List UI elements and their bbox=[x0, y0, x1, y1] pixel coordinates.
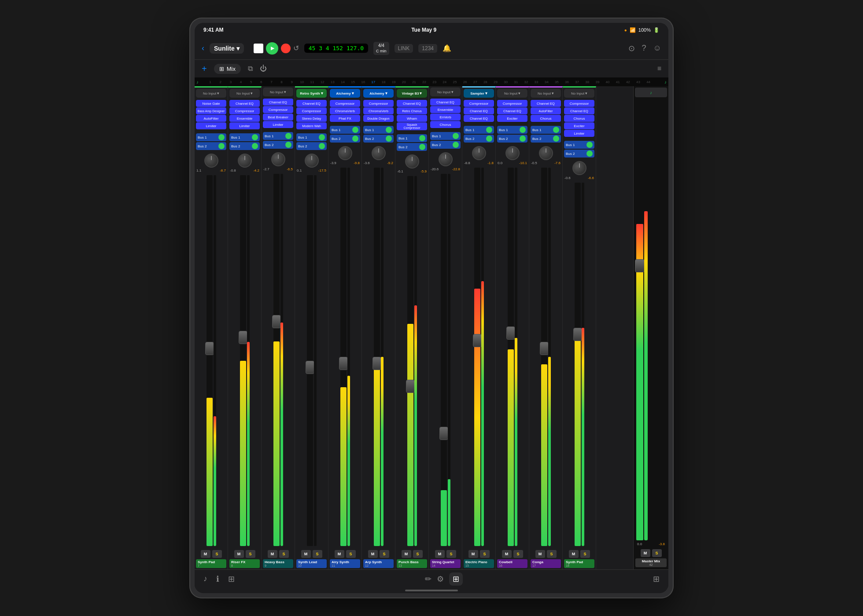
pan-knob-11[interactable] bbox=[539, 146, 553, 160]
bus2-button-1[interactable]: Bus 2 bbox=[196, 142, 226, 150]
plugin-channel-eq[interactable]: Channel EQ bbox=[263, 99, 293, 106]
bus2-button-9[interactable]: Bus 2 bbox=[464, 135, 494, 143]
plugin-bass-amp[interactable]: Bass Amp Designer bbox=[196, 107, 226, 114]
cycle-button[interactable]: ↺ bbox=[293, 44, 299, 52]
solo-button-11[interactable]: S bbox=[547, 550, 557, 558]
bus1-button-4[interactable]: Bus 1 bbox=[296, 133, 327, 141]
plugin-chromaverb[interactable]: ChromaVerb bbox=[330, 107, 360, 114]
plugin-chromaverb[interactable]: ChromaVerb bbox=[363, 107, 394, 114]
keyboard-icon[interactable]: ⊞ bbox=[653, 575, 660, 583]
input-selector-6[interactable]: Alchemy▾ bbox=[363, 89, 394, 98]
plugin-channel-eq[interactable]: Channel EQ bbox=[296, 100, 327, 107]
settings-icon-bottom[interactable]: ⚙ bbox=[437, 574, 444, 584]
bus2-button-11[interactable]: Bus 2 bbox=[531, 135, 561, 143]
input-selector-10[interactable]: No Input▾ bbox=[497, 89, 527, 98]
back-button[interactable]: ‹ bbox=[202, 44, 204, 53]
mute-button-9[interactable]: M bbox=[468, 550, 478, 558]
bus2-button-8[interactable]: Bus 2 bbox=[430, 141, 461, 149]
bus1-button-9[interactable]: Bus 1 bbox=[464, 126, 494, 134]
pan-knob-8[interactable] bbox=[439, 152, 453, 166]
mute-button-5[interactable]: M bbox=[335, 550, 344, 558]
plugin-channel-eq[interactable]: Channel EQ bbox=[229, 100, 260, 107]
solo-button-4[interactable]: S bbox=[313, 550, 322, 558]
fader-thumb-1[interactable] bbox=[205, 342, 214, 355]
plugin-phat-fx[interactable]: Phat FX bbox=[330, 115, 360, 122]
fader-thumb-7[interactable] bbox=[406, 380, 415, 393]
plugin-modern-wah[interactable]: Modern Wah bbox=[296, 122, 327, 129]
fader-thumb-4[interactable] bbox=[306, 361, 314, 374]
link-button[interactable]: LINK bbox=[395, 44, 413, 53]
plugin-channel-eq[interactable]: Channel EQ bbox=[497, 107, 527, 114]
mute-button-6[interactable]: M bbox=[368, 550, 378, 558]
solo-button-9[interactable]: S bbox=[480, 550, 490, 558]
plugin-squash-compressor[interactable]: Squash Compressor bbox=[397, 122, 427, 130]
tracks-icon[interactable]: ⧉ bbox=[248, 65, 253, 73]
info-icon[interactable]: ℹ bbox=[216, 574, 219, 584]
plugin-enverb[interactable]: EnVerb bbox=[430, 114, 461, 121]
mute-button-8[interactable]: M bbox=[435, 550, 445, 558]
pan-knob-12[interactable] bbox=[572, 161, 586, 175]
pan-knob-2[interactable] bbox=[238, 154, 252, 168]
plugin-compressor[interactable]: Compressor bbox=[564, 100, 594, 107]
plugin-compressor[interactable]: Compressor bbox=[330, 100, 360, 107]
fader-thumb-6[interactable] bbox=[372, 357, 381, 370]
input-selector-11[interactable]: No Input▾ bbox=[531, 89, 561, 98]
plugin-wham[interactable]: Wham bbox=[397, 115, 427, 122]
input-selector-12[interactable]: No Input▾ bbox=[564, 89, 594, 98]
plugin-channel-eq[interactable]: Channel EQ bbox=[397, 100, 427, 107]
plugin-chorus[interactable]: Chorus bbox=[531, 115, 561, 122]
plugin-ensemble[interactable]: Ensemble bbox=[229, 115, 260, 122]
mute-button-11[interactable]: M bbox=[535, 550, 545, 558]
solo-button-7[interactable]: S bbox=[413, 550, 423, 558]
bus1-button-1[interactable]: Bus 1 bbox=[196, 133, 226, 141]
pan-knob-5[interactable] bbox=[338, 146, 352, 160]
tracks-view-icon[interactable]: ⊞ bbox=[228, 574, 235, 584]
fader-thumb-3[interactable] bbox=[272, 315, 281, 328]
record-button[interactable] bbox=[281, 44, 291, 53]
plugin-compressor[interactable]: Compressor bbox=[464, 100, 494, 107]
mute-button-12[interactable]: M bbox=[569, 550, 579, 558]
fader-thumb-11[interactable] bbox=[540, 342, 549, 355]
master-fader-thumb[interactable] bbox=[635, 259, 645, 272]
bus2-button-6[interactable]: Bus 2 bbox=[363, 135, 394, 143]
fader-thumb-9[interactable] bbox=[473, 334, 482, 347]
mix-view-icon[interactable]: ⊞ bbox=[449, 572, 463, 586]
plugin-retro-chorus[interactable]: Retro Chorus bbox=[397, 107, 427, 114]
mute-button-7[interactable]: M bbox=[402, 550, 411, 558]
plugin-channel-eq[interactable]: Channel EQ bbox=[531, 100, 561, 107]
fader-thumb-5[interactable] bbox=[339, 357, 348, 370]
add-track-button[interactable]: + bbox=[202, 64, 207, 74]
plugin-compressor[interactable]: Compressor bbox=[296, 107, 327, 114]
settings-icon[interactable]: ☺ bbox=[653, 44, 661, 53]
master-mute-button[interactable]: M bbox=[641, 549, 650, 557]
pan-knob-10[interactable] bbox=[505, 146, 520, 160]
input-selector-3[interactable]: No Input▾ bbox=[263, 88, 293, 96]
plugin-channel-eq-2[interactable]: Channel EQ bbox=[464, 115, 494, 122]
bus2-button-3[interactable]: Bus 2 bbox=[263, 141, 293, 149]
pencil-icon[interactable]: ✏ bbox=[425, 574, 432, 584]
solo-button-5[interactable]: S bbox=[346, 550, 356, 558]
library-icon[interactable]: ♪ bbox=[203, 574, 207, 583]
mute-button-4[interactable]: M bbox=[301, 550, 311, 558]
master-solo-button[interactable]: S bbox=[652, 549, 662, 557]
bus1-button-6[interactable]: Bus 1 bbox=[363, 126, 394, 134]
solo-button-3[interactable]: S bbox=[279, 550, 289, 558]
power-icon[interactable]: ⏻ bbox=[260, 65, 267, 73]
bus1-button-12[interactable]: Bus 1 bbox=[564, 141, 594, 149]
plugin-compressor[interactable]: Compressor bbox=[263, 106, 293, 113]
bus1-button-5[interactable]: Bus 1 bbox=[330, 126, 360, 134]
plugin-chorus[interactable]: Chorus bbox=[430, 121, 461, 128]
plugin-double-dragon[interactable]: Double Dragon bbox=[363, 115, 394, 122]
input-selector-7[interactable]: Vintage B3▾ bbox=[397, 89, 427, 98]
plugin-noise-gate[interactable]: Noise Gate bbox=[196, 100, 226, 107]
metronome-icon[interactable]: 🔔 bbox=[443, 44, 451, 52]
plugin-limiter[interactable]: Limiter bbox=[263, 121, 293, 128]
pan-knob-4[interactable] bbox=[305, 154, 319, 168]
count-in-button[interactable]: 1234 bbox=[418, 44, 437, 53]
pan-knob-9[interactable] bbox=[472, 146, 486, 160]
play-button[interactable] bbox=[266, 42, 278, 55]
pan-knob-7[interactable] bbox=[405, 154, 419, 169]
plugin-autofilter[interactable]: AutoFilter bbox=[531, 107, 561, 114]
mute-button-3[interactable]: M bbox=[268, 550, 277, 558]
plugin-compressor[interactable]: Compressor bbox=[497, 100, 527, 107]
